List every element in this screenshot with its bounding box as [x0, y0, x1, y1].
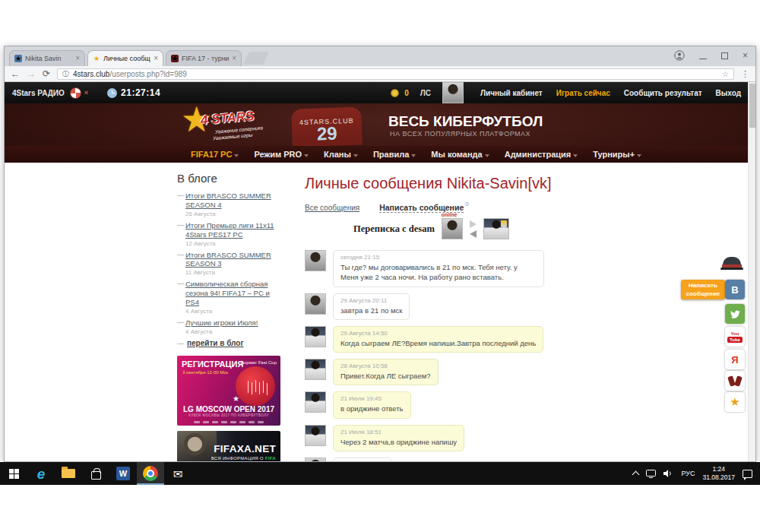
- blog-post-link[interactable]: Итоги BRASCO SUMMER SEASON 3: [185, 251, 277, 269]
- radio-stop-icon[interactable]: ×: [84, 89, 88, 97]
- write-message-tab[interactable]: Написать сообщение: [681, 280, 725, 299]
- header-menu-item[interactable]: Играть сейчас: [549, 89, 617, 97]
- nav-item[interactable]: Правила: [366, 150, 423, 159]
- blog-heading: В блоге: [177, 172, 284, 185]
- exchange-arrows: [470, 220, 477, 238]
- message-avatar[interactable]: [305, 425, 326, 446]
- message-row: 21 Июля 19:45 в ориджине ответь: [305, 391, 557, 418]
- tray-clock[interactable]: 1:24 31.08.2017: [702, 465, 735, 481]
- forward-icon: →: [27, 68, 36, 79]
- lg-moscow-banner[interactable]: РЕГИСТРАЦИЯ 3 сентября 12-00 Мск формат …: [177, 356, 280, 426]
- all-messages-link[interactable]: Все сообщения: [305, 204, 359, 212]
- jersey-number: 29: [292, 124, 363, 143]
- twitter-bird-icon: [730, 309, 741, 320]
- language-indicator[interactable]: РУС: [681, 470, 695, 477]
- blog-posts: × — Итоги BRASCO SUMMER SEASON 4 26 Авгу…: [177, 192, 284, 335]
- message-avatar[interactable]: [305, 293, 326, 315]
- star-rating-icon[interactable]: ★: [725, 392, 745, 412]
- edge-taskbar-icon[interactable]: e: [27, 462, 55, 485]
- tab-close-icon[interactable]: ×: [75, 55, 80, 62]
- word-taskbar-icon[interactable]: W: [109, 462, 137, 485]
- header-menu: Личный кабинет Играть сейчас Сообщить ре…: [473, 89, 748, 97]
- radio-play-icon[interactable]: [70, 87, 81, 99]
- speaker-icon[interactable]: [663, 470, 673, 477]
- browser-tab[interactable]: ★ Nikita Savin ×: [9, 50, 85, 66]
- refresh-icon[interactable]: ⟳: [43, 68, 50, 79]
- message-time: 21 Июля 19:45: [340, 395, 404, 402]
- close-window-icon[interactable]: ×: [743, 51, 748, 60]
- message-avatar[interactable]: [305, 250, 326, 271]
- tab-favicon: ★: [93, 55, 100, 62]
- social-sidebar: Написать сообщение В You Tube Я ★: [669, 251, 745, 426]
- browser-menu-icon[interactable]: ⋮: [741, 69, 749, 79]
- tab-close-icon[interactable]: ×: [154, 55, 158, 62]
- twitter-icon[interactable]: [725, 304, 745, 324]
- minimize-icon[interactable]: [699, 59, 707, 59]
- banner-subheadline: НА ВСЕХ ПОПУЛЯРНЫХ ПЛАТФОРМАХ: [390, 130, 530, 138]
- profile-icon[interactable]: [674, 50, 685, 61]
- site-topbar: 4Stars РАДИО × 21:27:14 0 ЛС Личный каби…: [5, 82, 755, 103]
- back-icon[interactable]: ←: [11, 68, 20, 79]
- nav-item[interactable]: Турниры+: [585, 150, 649, 159]
- site-nav: FIFA17 PC Режим PRO Кланы Правила: [5, 146, 755, 163]
- shopping-bag-icon: [91, 471, 101, 480]
- message-avatar[interactable]: [305, 326, 326, 347]
- chrome-taskbar-icon[interactable]: [137, 462, 164, 485]
- chevron-down-icon: [234, 154, 239, 157]
- blog-post-link[interactable]: Лучшие игроки Июля!: [185, 318, 277, 328]
- action-center-icon[interactable]: [743, 470, 752, 478]
- blog-post-link[interactable]: Символическая сборная сезона 94! FIFA17 …: [185, 280, 277, 307]
- blog-post-link[interactable]: Итоги Премьер лиги 11х11 4Stars PES17 PC: [185, 221, 277, 239]
- cap-icon[interactable]: [720, 257, 743, 271]
- nav-item[interactable]: FIFA17 PC: [183, 150, 246, 159]
- message-avatar[interactable]: [305, 359, 326, 380]
- message-time: 29 Августа 14:50: [340, 330, 536, 337]
- nav-item[interactable]: Администрация: [497, 150, 586, 159]
- vk-icon[interactable]: В: [725, 280, 745, 299]
- network-icon[interactable]: [646, 470, 656, 478]
- blog-post-date: 4 Августа: [185, 308, 277, 315]
- fifaxa-banner[interactable]: FIFAXA.NET ВСЯ ИНФОРМАЦИЯ О FIFA: [177, 431, 280, 461]
- avatar-self[interactable]: [442, 218, 463, 239]
- header-menu-item[interactable]: Сообщить результат: [617, 89, 709, 97]
- start-button[interactable]: [0, 462, 27, 485]
- explorer-taskbar-icon[interactable]: [55, 462, 82, 485]
- browser-tab[interactable]: ★ FIFA 17 - турниры, нов ×: [166, 50, 242, 66]
- cathedral-graphic: ★: [236, 366, 275, 406]
- youtube-icon[interactable]: You Tube: [725, 327, 745, 347]
- 4stars-logo[interactable]: ★ 4 STARS Уважение соперника Уважаемые и…: [181, 105, 295, 144]
- blog-post: × — Итоги BRASCO SUMMER SEASON 3 11 Авгу…: [177, 251, 284, 277]
- lg-banner-event: LG MOSCOW OPEN 2017: [177, 405, 280, 413]
- header-menu-item[interactable]: Выход: [709, 89, 748, 97]
- message-avatar[interactable]: [305, 391, 326, 413]
- info-icon[interactable]: ⓘ: [62, 71, 69, 78]
- scrollbar[interactable]: [748, 82, 755, 461]
- browser-toolbar: ← → ⟳ ⓘ 4stars.club/userposts.php?id=989…: [5, 66, 755, 82]
- mail-taskbar-icon[interactable]: ✉: [164, 462, 192, 485]
- scrollbar-thumb[interactable]: [749, 84, 755, 128]
- store-taskbar-icon[interactable]: [82, 462, 109, 485]
- blog-post-link[interactable]: Итоги BRASCO SUMMER SEASON 4: [185, 192, 277, 210]
- nav-item[interactable]: Кланы: [316, 150, 366, 159]
- pm-link[interactable]: ЛС: [420, 89, 431, 97]
- avatar-desam[interactable]: [483, 218, 509, 239]
- boots-icon[interactable]: [725, 371, 745, 391]
- browser-tab[interactable]: ★ Личные сообщения Ni ×: [87, 50, 163, 66]
- nav-label: Администрация: [505, 150, 572, 159]
- address-bar[interactable]: ⓘ 4stars.club/userposts.php?id=989 ☆: [57, 68, 734, 80]
- message-row: сегодня 21:15 Ты где? мы договаривались …: [305, 250, 557, 287]
- goto-blog-row: — перейти в блог: [177, 339, 284, 348]
- restore-icon[interactable]: [721, 52, 728, 59]
- tab-close-icon[interactable]: ×: [232, 55, 236, 62]
- message-avatar[interactable]: [305, 458, 326, 461]
- nav-item[interactable]: Мы команда: [423, 150, 496, 159]
- yandex-icon[interactable]: Я: [725, 350, 745, 369]
- message-links-row: Все сообщения Написать сообщение0: [305, 200, 557, 212]
- blog-post-date: 12 Августа: [185, 240, 277, 247]
- header-menu-item[interactable]: Личный кабинет: [473, 89, 549, 97]
- nav-item[interactable]: Режим PRO: [246, 150, 316, 159]
- bookmark-star-icon[interactable]: ☆: [722, 70, 729, 78]
- goto-blog-link[interactable]: перейти в блог: [187, 339, 244, 348]
- tray-chevron-up-icon[interactable]: [632, 471, 640, 479]
- user-avatar[interactable]: [442, 82, 464, 103]
